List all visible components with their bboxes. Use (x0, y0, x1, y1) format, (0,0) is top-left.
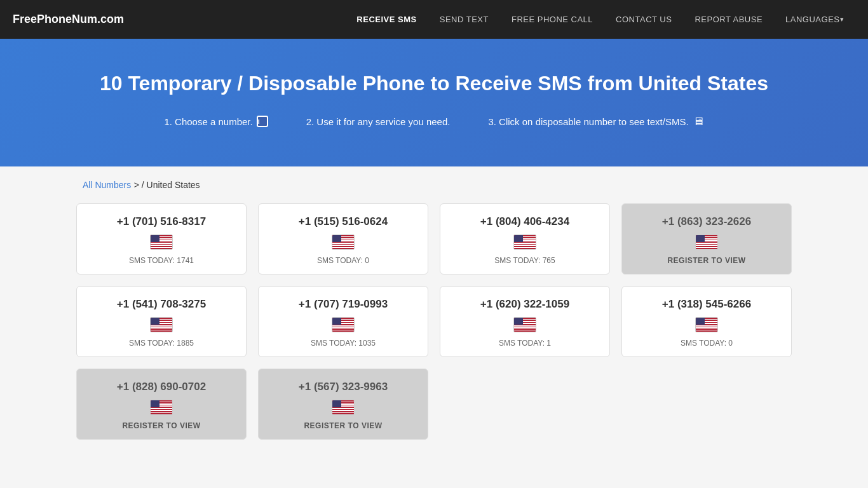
phone-number-5: +1 (707) 719-0993 (266, 298, 420, 311)
phone-card-0[interactable]: +1 (701) 516-8317SMS TODAY: 1741 (76, 203, 247, 274)
phone-number-9: +1 (567) 323-9963 (266, 381, 420, 393)
hero-title: 10 Temporary / Disposable Phone to Recei… (13, 71, 855, 97)
phone-grid: +1 (701) 516-8317SMS TODAY: 1741+1 (515)… (0, 197, 868, 465)
nav-receive-sms[interactable]: RECEIVE SMS (345, 0, 428, 39)
us-flag-icon-0 (85, 234, 238, 252)
sms-count-5: SMS TODAY: 1035 (266, 339, 420, 348)
hero-step1: 1. Choose a number. i (164, 115, 268, 128)
phone-number-6: +1 (620) 322-1059 (448, 298, 602, 311)
us-flag-icon-5 (266, 317, 420, 335)
register-label-9: REGISTER TO VIEW (266, 421, 420, 430)
phone-card-5[interactable]: +1 (707) 719-0993SMS TODAY: 1035 (258, 286, 428, 357)
phone-card-6[interactable]: +1 (620) 322-1059SMS TODAY: 1 (440, 286, 610, 357)
nav-contact-us[interactable]: CONTACT US (604, 0, 683, 39)
us-flag-icon-6 (448, 317, 602, 335)
hero-steps: 1. Choose a number. i 2. Use it for any … (13, 115, 855, 128)
sms-count-6: SMS TODAY: 1 (448, 339, 602, 348)
phone-card-9: +1 (567) 323-9963REGISTER TO VIEW (258, 369, 428, 440)
phone-card-1[interactable]: +1 (515) 516-0624SMS TODAY: 0 (258, 203, 428, 274)
phone-card-8: +1 (828) 690-0702REGISTER TO VIEW (76, 369, 247, 440)
register-label-8: REGISTER TO VIEW (85, 421, 238, 430)
phone-number-2: +1 (804) 406-4234 (448, 215, 602, 228)
phone-card-7[interactable]: +1 (318) 545-6266SMS TODAY: 0 (621, 286, 792, 357)
phone-card-4[interactable]: +1 (541) 708-3275SMS TODAY: 1885 (76, 286, 247, 357)
phone-number-1: +1 (515) 516-0624 (266, 215, 420, 228)
sms-count-4: SMS TODAY: 1885 (85, 339, 238, 348)
site-brand[interactable]: FreePhoneNum.com (13, 13, 124, 26)
hero-step3: 3. Click on disposable number to see tex… (488, 115, 703, 128)
register-label-3: REGISTER TO VIEW (630, 256, 783, 265)
us-flag-icon-8 (85, 400, 238, 417)
nav-languages[interactable]: LANGUAGES (774, 0, 855, 39)
us-flag-icon-9 (266, 400, 420, 417)
nav-report-abuse[interactable]: REPORT ABUSE (683, 0, 774, 39)
phone-number-7: +1 (318) 545-6266 (630, 298, 783, 311)
us-flag-icon-7 (630, 317, 783, 335)
phone-number-0: +1 (701) 516-8317 (85, 215, 238, 228)
breadcrumb-separator: > / (134, 180, 147, 190)
breadcrumb: All Numbers > / United States (0, 166, 868, 197)
phone-number-8: +1 (828) 690-0702 (85, 381, 238, 393)
nav-send-text[interactable]: SEND TEXT (428, 0, 500, 39)
us-flag-icon-1 (266, 234, 420, 252)
breadcrumb-all-numbers[interactable]: All Numbers (83, 180, 131, 190)
us-flag-icon-4 (85, 317, 238, 335)
sms-count-2: SMS TODAY: 765 (448, 256, 602, 265)
phone-number-3: +1 (863) 323-2626 (630, 215, 783, 228)
hero-step2: 2. Use it for any service you need. (306, 115, 451, 128)
phone-card-2[interactable]: +1 (804) 406-4234SMS TODAY: 765 (440, 203, 610, 274)
monitor-icon: 🖥 (693, 115, 704, 128)
sms-count-1: SMS TODAY: 0 (266, 256, 420, 265)
us-flag-icon-3 (630, 234, 783, 252)
navbar: FreePhoneNum.com RECEIVE SMS SEND TEXT F… (0, 0, 868, 39)
sms-count-7: SMS TODAY: 0 (630, 339, 783, 348)
hero-section: 10 Temporary / Disposable Phone to Recei… (0, 39, 868, 166)
info-icon: i (257, 116, 268, 127)
us-flag-icon-2 (448, 234, 602, 252)
nav-free-phone-call[interactable]: FREE PHONE CALL (500, 0, 604, 39)
nav-links: RECEIVE SMS SEND TEXT FREE PHONE CALL CO… (345, 0, 855, 39)
breadcrumb-current: United States (147, 180, 200, 190)
sms-count-0: SMS TODAY: 1741 (85, 256, 238, 265)
phone-card-3: +1 (863) 323-2626REGISTER TO VIEW (621, 203, 792, 274)
phone-number-4: +1 (541) 708-3275 (85, 298, 238, 311)
